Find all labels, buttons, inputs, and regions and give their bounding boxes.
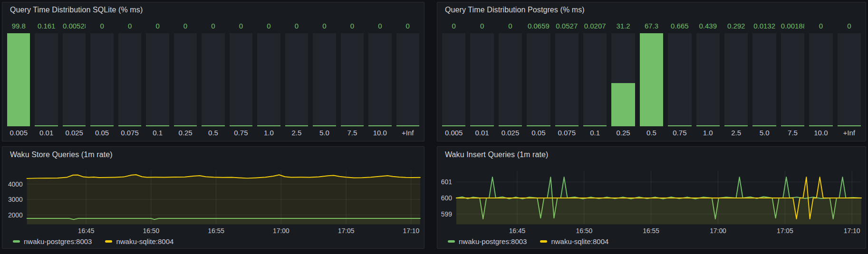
bar[interactable] xyxy=(396,33,419,126)
bucket-label: +Inf xyxy=(838,129,861,137)
bucket-label: 0.1 xyxy=(583,129,607,137)
bar[interactable] xyxy=(724,33,748,126)
bucket-label: 0.5 xyxy=(640,129,663,137)
x-axis-tick-label: 17:05 xyxy=(338,227,355,235)
bar[interactable] xyxy=(341,33,364,126)
panel-title[interactable]: Waku Store Queries (1m rate) xyxy=(10,151,113,159)
bucket-label: 0.5 xyxy=(202,129,224,137)
bucket-label: 0.025 xyxy=(499,129,522,137)
panel-title[interactable]: Waku Insert Queries (1m rate) xyxy=(445,151,548,159)
bar[interactable] xyxy=(442,33,465,126)
bar[interactable] xyxy=(90,33,113,126)
grafana-dashboard: { "colors": { "green": "#73BF69", "yello… xyxy=(0,0,868,254)
bar[interactable] xyxy=(174,33,197,126)
bucket-label: 1.0 xyxy=(257,129,280,137)
bucket-label: 0.025 xyxy=(63,129,86,137)
bar[interactable] xyxy=(640,33,663,126)
bar-value-label: 0.0132 xyxy=(752,22,776,31)
bar[interactable] xyxy=(781,33,804,126)
bar-fill xyxy=(257,125,280,126)
panel-query-time-distribution-sqlite: Query Time Distribution SQLite (% ms) 99… xyxy=(2,2,424,141)
bar[interactable] xyxy=(583,33,607,126)
bar[interactable] xyxy=(257,33,280,126)
bar-value-label: 0 xyxy=(499,22,522,31)
y-axis-tick-label: 600 xyxy=(441,194,452,202)
bar-fill xyxy=(442,125,465,126)
legend-item[interactable]: nwaku-sqlite:8004 xyxy=(105,237,174,245)
bar-value-label: 0 xyxy=(341,22,364,31)
bar[interactable] xyxy=(470,33,493,126)
bar-fill xyxy=(341,125,364,126)
bar-value-label: 0 xyxy=(396,22,419,31)
bar[interactable] xyxy=(285,33,308,126)
bar[interactable] xyxy=(230,33,252,126)
bar-value-label: 0.665 xyxy=(668,22,691,31)
bar-value-label: 31.2 xyxy=(611,22,635,31)
insert-queries-chart[interactable]: 59960060116:4516:5016:5517:0017:0517:10 xyxy=(437,147,866,248)
bar-value-label: 67.3 xyxy=(640,22,663,31)
bar-fill xyxy=(7,33,30,126)
bucket-label: 5.0 xyxy=(313,129,336,137)
bucket-labels-row: 0.0050.010.0250.050.0750.10.250.50.751.0… xyxy=(7,126,419,139)
bar-value-label: 0 xyxy=(118,22,141,31)
bucket-label: 10.0 xyxy=(368,129,391,137)
panel-title[interactable]: Query Time Distribution Postgres (% ms) xyxy=(442,6,861,16)
bar[interactable] xyxy=(313,33,336,126)
bar-fill xyxy=(90,125,113,126)
bar[interactable] xyxy=(611,33,635,126)
bar-fill xyxy=(781,125,804,126)
y-axis-tick-label: 599 xyxy=(441,210,452,218)
bar[interactable] xyxy=(146,33,169,126)
legend-swatch-green xyxy=(13,240,20,243)
bar[interactable] xyxy=(118,33,141,126)
bucket-label: 0.01 xyxy=(35,129,58,137)
bar-fill xyxy=(35,125,58,126)
bar-fill xyxy=(118,125,141,126)
bar-fill xyxy=(499,125,522,126)
bucket-label: 0.005 xyxy=(442,129,465,137)
bar[interactable] xyxy=(527,33,550,126)
bar[interactable] xyxy=(7,33,30,126)
bar[interactable] xyxy=(809,33,832,126)
x-axis-tick-label: 17:05 xyxy=(777,227,793,235)
bar[interactable] xyxy=(202,33,224,126)
bar[interactable] xyxy=(368,33,391,126)
bucket-label: 10.0 xyxy=(809,129,832,137)
bar[interactable] xyxy=(35,33,58,126)
legend-item[interactable]: nwaku-postgres:8003 xyxy=(13,237,92,245)
bucket-label: 0.005 xyxy=(7,129,30,137)
bar-fill xyxy=(555,125,579,126)
bucket-label: 2.5 xyxy=(724,129,748,137)
bar[interactable] xyxy=(696,33,720,126)
bar[interactable] xyxy=(499,33,522,126)
legend-label: nwaku-postgres:8003 xyxy=(459,237,527,245)
x-axis-tick-label: 16:45 xyxy=(509,227,526,235)
bucket-labels-row: 0.0050.010.0250.050.0750.10.250.50.751.0… xyxy=(442,126,861,139)
store-queries-chart[interactable]: 20003000400016:4516:5016:5517:0017:0517:… xyxy=(2,147,424,248)
legend-item[interactable]: nwaku-sqlite:8004 xyxy=(540,237,608,245)
bar[interactable] xyxy=(838,33,861,126)
bar[interactable] xyxy=(668,33,691,126)
bar-value-label: 0 xyxy=(230,22,252,31)
bucket-label: 0.05 xyxy=(90,129,113,137)
bar[interactable] xyxy=(63,33,86,126)
bucket-label: 0.05 xyxy=(527,129,550,137)
bar-value-label: 0 xyxy=(368,22,391,31)
legend-label: nwaku-sqlite:8004 xyxy=(551,237,608,245)
bars-row xyxy=(7,33,419,126)
y-axis-tick-label: 601 xyxy=(441,178,452,186)
bar-fill xyxy=(668,125,691,126)
bar-value-label: 0 xyxy=(470,22,493,31)
bucket-label: 2.5 xyxy=(285,129,308,137)
bar[interactable] xyxy=(752,33,776,126)
panel-title[interactable]: Query Time Distribution SQLite (% ms) xyxy=(7,6,419,16)
panel-waku-insert-queries: Waku Insert Queries (1m rate) 5996006011… xyxy=(437,146,866,249)
series-area-yellow xyxy=(27,175,420,225)
bar-value-label: 0.0659 xyxy=(527,22,550,31)
bar-fill xyxy=(752,125,776,126)
bar-fill xyxy=(63,125,86,126)
bar[interactable] xyxy=(555,33,579,126)
bar-fill xyxy=(285,125,308,126)
bucket-label: 0.01 xyxy=(470,129,493,137)
legend-item[interactable]: nwaku-postgres:8003 xyxy=(448,237,527,245)
